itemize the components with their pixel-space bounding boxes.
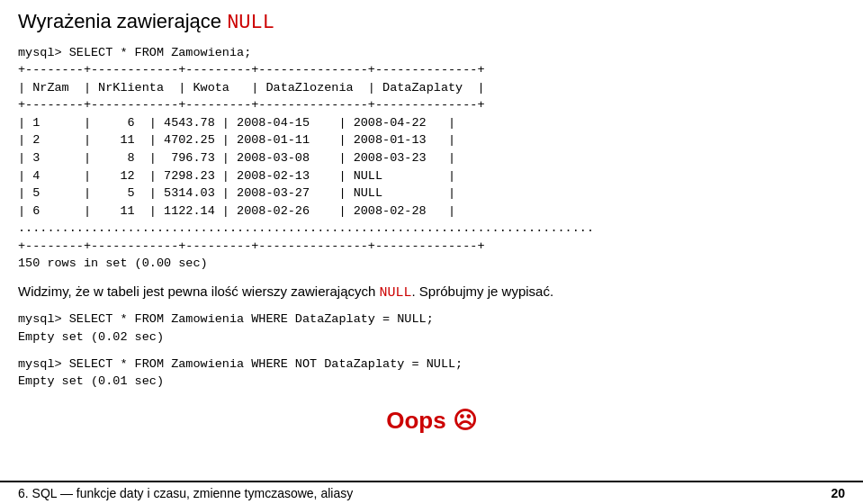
code-block-query3: mysql> SELECT * FROM Zamowienia WHERE NO… xyxy=(18,356,845,391)
code-block-query2: mysql> SELECT * FROM Zamowienia WHERE Da… xyxy=(18,310,845,346)
row-count: 150 rows in set (0.00 sec) xyxy=(18,256,208,270)
title-prefix: Wyrażenia zawierające xyxy=(18,10,227,32)
prose-text1: Widzimy, że w tabeli jest pewna ilość wi… xyxy=(18,284,380,299)
oops-section: Oops ☹ xyxy=(18,407,845,435)
table-border-mid: +--------+------------+---------+-------… xyxy=(18,98,484,112)
table-header: | NrZam | NrKlienta | Kwota | DataZlozen… xyxy=(18,81,484,94)
prose-null: NULL xyxy=(380,285,412,301)
table-rows: | 1 | 6 | 4543.78 | 2008-04-15 | 2008-04… xyxy=(18,116,455,218)
table-border-bottom: +--------+------------+---------+-------… xyxy=(18,239,484,253)
code-block-table: mysql> SELECT * FROM Zamowienia; +------… xyxy=(18,44,845,273)
page-title: Wyrażenia zawierające NULL xyxy=(18,9,845,37)
prose-paragraph: Widzimy, że w tabeli jest pewna ilość wi… xyxy=(18,282,845,304)
query2-line2: Empty set (0.02 sec) xyxy=(18,330,164,344)
oops-text: Oops ☹ xyxy=(386,407,477,434)
dots-line: ........................................… xyxy=(18,221,594,235)
query3-line1: mysql> SELECT * FROM Zamowienia WHERE NO… xyxy=(18,357,463,371)
prose-text2: . Spróbujmy je wypisać. xyxy=(412,284,554,299)
query1-line: mysql> SELECT * FROM Zamowienia; xyxy=(18,46,251,59)
query2-line1: mysql> SELECT * FROM Zamowienia WHERE Da… xyxy=(18,312,434,326)
table-border-top: +--------+------------+---------+-------… xyxy=(18,63,484,76)
query3-line2: Empty set (0.01 sec) xyxy=(18,374,164,388)
footer-bar: 6. SQL — funkcje daty i czasu, zmienne t… xyxy=(0,481,863,504)
footer-left-text: 6. SQL — funkcje daty i czasu, zmienne t… xyxy=(18,486,353,500)
title-null: NULL xyxy=(227,12,274,34)
footer-page-number: 20 xyxy=(831,486,845,500)
